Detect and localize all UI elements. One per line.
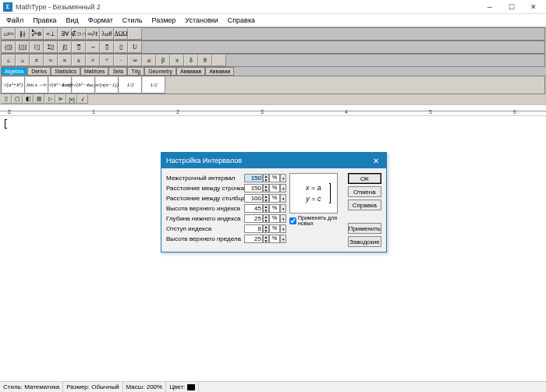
palette-cell[interactable]: ≤ [2, 55, 16, 66]
palette-cell[interactable]: × [86, 55, 100, 66]
ok-button[interactable]: ОК [348, 173, 381, 184]
close-button[interactable]: ✕ [523, 1, 544, 13]
palette-cell[interactable]: ≤≠≈ [2, 28, 16, 40]
tab-derivs[interactable]: Derivs [27, 67, 51, 76]
unit-dropdown-icon[interactable]: ▾ [280, 204, 286, 213]
template-cell[interactable]: lim x→∞ [25, 76, 48, 94]
palette-cell[interactable]: ▯̄ [100, 41, 114, 53]
setting-value-input[interactable] [244, 194, 263, 203]
unit-dropdown-icon[interactable]: ▾ [280, 174, 286, 182]
palette-cell[interactable]: ⌊▯⌋ [16, 41, 30, 53]
palette-cell[interactable]: ∛•⊗ [30, 28, 44, 40]
tab-аввавав[interactable]: Аввавав [205, 67, 234, 76]
template-cell[interactable]: (−b±√(b²−4ac))/2a [72, 76, 95, 94]
menu-формат[interactable]: Формат [83, 16, 118, 25]
palette-cell[interactable]: δ [184, 55, 198, 66]
factory-button[interactable]: Заводские [348, 236, 381, 247]
palette-cell[interactable]: ∃∀ [58, 28, 72, 40]
palette-cell[interactable]: {▯ [30, 41, 44, 53]
cancel-button[interactable]: Отмена [348, 186, 381, 197]
template-cell[interactable]: π/(π(n−1)) [95, 76, 119, 94]
unit-select[interactable]: % [269, 235, 280, 243]
dialog-titlebar[interactable]: Настройка Интервалов ✕ [161, 153, 386, 168]
unit-select[interactable]: % [269, 194, 280, 203]
setting-value-input[interactable] [244, 224, 263, 233]
tab-аввавав[interactable]: Аввавав [176, 67, 205, 76]
unit-dropdown-icon[interactable]: ▾ [280, 235, 286, 243]
spinner[interactable]: ▲▼ [263, 204, 269, 213]
unit-select[interactable]: % [269, 214, 280, 223]
palette-cell[interactable]: α [142, 55, 156, 66]
tab-algebra[interactable]: Algebra [1, 67, 27, 76]
spinner[interactable]: ▲▼ [263, 184, 269, 192]
small-tool[interactable]: ◧ [23, 94, 34, 104]
palette-cell[interactable]: ∦∤ [16, 28, 30, 40]
menu-вид[interactable]: Вид [62, 16, 83, 25]
palette-cell[interactable]: · [114, 55, 128, 66]
palette-cell[interactable]: (▯) [2, 41, 16, 53]
spinner[interactable]: ▲▼ [263, 174, 269, 182]
setting-value-input[interactable] [244, 174, 263, 182]
tab-statistics[interactable]: Statistics [51, 67, 80, 76]
unit-select[interactable]: % [269, 174, 280, 182]
palette-cell[interactable]: ∉⊃∩ [72, 28, 86, 40]
palette-cell[interactable]: ▯ [114, 41, 128, 53]
palette-cell[interactable]: ∞ [128, 55, 142, 66]
tab-sets[interactable]: Sets [108, 67, 127, 76]
palette-cell[interactable]: θ [198, 55, 212, 66]
tab-geometry[interactable]: Geometry [144, 67, 176, 76]
palette-cell[interactable]: π [170, 55, 184, 66]
dialog-close-icon[interactable]: ✕ [370, 155, 381, 166]
palette-cell[interactable]: ≈ [44, 55, 58, 66]
setting-value-input[interactable] [244, 184, 263, 192]
palette-cell[interactable]: U [128, 41, 142, 53]
small-tool[interactable]: ▢ [12, 94, 23, 104]
spinner[interactable]: ▲▼ [263, 235, 269, 243]
tab-trig[interactable]: Trig [127, 67, 144, 76]
palette-cell[interactable]: ± [72, 55, 86, 66]
palette-cell[interactable]: ΔΩΩ [114, 28, 128, 40]
palette-cell[interactable]: ▯̅ [72, 41, 86, 53]
template-cell[interactable]: √(a²+b²) [2, 76, 25, 94]
spinner[interactable]: ▲▼ [263, 224, 269, 233]
menu-правка[interactable]: Правка [28, 16, 61, 25]
spinner[interactable]: ▲▼ [263, 214, 269, 223]
unit-dropdown-icon[interactable]: ▾ [280, 214, 286, 223]
small-tool[interactable]: ⊳ [55, 94, 66, 104]
setting-value-input[interactable] [244, 235, 263, 243]
palette-cell[interactable]: ≠ [30, 55, 44, 66]
menu-файл[interactable]: Файл [2, 16, 28, 25]
unit-dropdown-icon[interactable]: ▾ [280, 224, 286, 233]
palette-cell[interactable]: ∞∂ℓ [86, 28, 100, 40]
palette-cell[interactable]: λωθ [100, 28, 114, 40]
small-tool[interactable]: √ [77, 94, 88, 104]
palette-cell[interactable]: ≡ [58, 55, 72, 66]
menu-стиль[interactable]: Стиль [118, 16, 147, 25]
palette-cell[interactable]: β [156, 55, 170, 66]
setting-value-input[interactable] [244, 204, 263, 213]
unit-select[interactable]: % [269, 204, 280, 213]
unit-select[interactable]: % [269, 224, 280, 233]
apply-new-checkbox[interactable] [289, 217, 296, 224]
unit-dropdown-icon[interactable]: ▾ [280, 184, 286, 192]
small-tool[interactable]: ▥ [34, 94, 44, 104]
palette-cell[interactable]: Σ▯ [44, 41, 58, 53]
palette-cell[interactable]: ∫▯ [58, 41, 72, 53]
menu-справка[interactable]: Справка [223, 16, 260, 25]
unit-dropdown-icon[interactable]: ▾ [280, 194, 286, 203]
palette-cell[interactable]: → [86, 41, 100, 53]
palette-cell[interactable] [128, 28, 142, 40]
palette-cell[interactable]: ≥ [16, 55, 30, 66]
maximize-button[interactable]: ☐ [501, 1, 523, 13]
setting-value-input[interactable] [244, 214, 263, 223]
palette-cell[interactable]: ÷ [100, 55, 114, 66]
unit-select[interactable]: % [269, 184, 280, 192]
template-cell[interactable]: 1/2 [119, 76, 142, 94]
palette-cell[interactable] [212, 55, 226, 66]
spinner[interactable]: ▲▼ [263, 194, 269, 203]
menu-установки[interactable]: Установки [180, 16, 222, 25]
apply-button[interactable]: Применить [348, 223, 381, 234]
menu-размер[interactable]: Размер [147, 16, 180, 25]
template-cell[interactable]: 1/2 [142, 76, 165, 94]
small-tool[interactable]: |×| [66, 94, 77, 104]
